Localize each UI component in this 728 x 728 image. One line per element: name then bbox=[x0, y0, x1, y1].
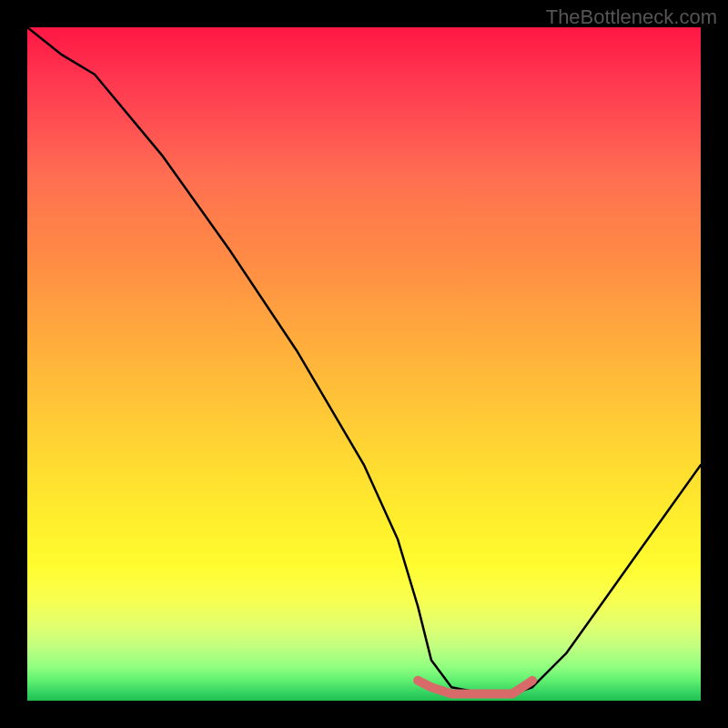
chart-plot-area bbox=[27, 27, 701, 701]
optimal-range-highlight-line bbox=[418, 681, 532, 694]
chart-svg bbox=[27, 27, 701, 701]
bottleneck-curve-line bbox=[27, 27, 701, 694]
watermark-text: TheBottleneck.com bbox=[546, 5, 717, 29]
